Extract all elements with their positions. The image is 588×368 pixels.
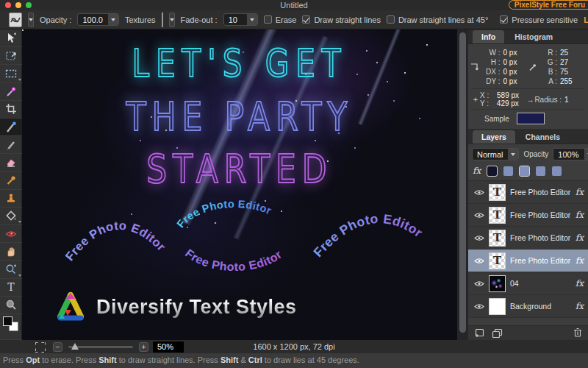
dimension-corner-icon [471, 47, 481, 87]
chevron-down-icon [250, 18, 254, 21]
tab-info[interactable]: Info [473, 30, 504, 43]
paint-bucket-tool-button[interactable] [0, 208, 22, 225]
svg-text:Free Photo Editor: Free Photo Editor [311, 211, 426, 260]
warped-text-arch: Free Photo Editor [65, 215, 175, 274]
zoom-tool-button[interactable] [0, 297, 22, 314]
headline-line-3: STARTED [22, 146, 457, 191]
tab-layers[interactable]: Layers [473, 130, 515, 144]
svg-text:Free Photo Editor: Free Photo Editor [65, 219, 168, 263]
eye-icon[interactable] [474, 235, 484, 241]
blend-mode-dropdown-button[interactable] [507, 149, 518, 160]
tool-options-bar: Opacity : 100.0 Textures Fade-out : 10 E… [0, 10, 588, 29]
brush-tool-button[interactable] [0, 118, 22, 136]
pencil-tool-button[interactable] [0, 136, 22, 154]
effects-tool-button[interactable] [0, 261, 22, 278]
layer-row-selected[interactable]: T Free Photo Editor fx [468, 250, 588, 272]
svg-text:Free Photo Editor: Free Photo Editor [174, 199, 273, 230]
draw-straight-lines-45-label: Draw straight lines at 45° [398, 15, 488, 24]
g-value: 27 [560, 58, 579, 66]
canvas-vertical-scrollbar[interactable] [457, 29, 468, 340]
brush-preview-button[interactable] [9, 13, 22, 27]
layer-name: Free Photo Editor [510, 256, 571, 265]
tab-channels[interactable]: Channels [517, 130, 569, 144]
layer-fx-badge[interactable]: fx [576, 187, 584, 197]
color-swatches[interactable] [0, 314, 22, 340]
transform-tool-button[interactable] [0, 47, 22, 65]
text-layer-glyph: T [493, 208, 501, 222]
eye-icon[interactable] [474, 189, 484, 196]
fadeout-dropdown-button[interactable] [246, 14, 257, 25]
layer-row[interactable]: Background fx [468, 295, 588, 318]
info-panel-body: W :0 px H :0 px DX :0 px DY :0 px R :25 … [468, 44, 588, 130]
style-preset-3[interactable] [520, 166, 529, 176]
h-value: 0 px [503, 58, 523, 66]
checkbox-icon [264, 15, 272, 24]
move-tool-button[interactable] [0, 29, 22, 47]
eyedropper-tool-button[interactable] [0, 172, 22, 190]
layer-row[interactable]: T Free Photo Editor fx [468, 181, 588, 204]
fadeout-label: Fade-out : [181, 15, 218, 24]
opacity-dropdown-button[interactable] [107, 14, 118, 25]
texture-swatch-button[interactable] [162, 13, 163, 27]
layer-opacity-dropdown[interactable]: 100% [553, 148, 588, 160]
brush-dropdown-button[interactable] [28, 13, 34, 27]
layer-fx-badge[interactable]: fx [576, 278, 584, 289]
textures-label: Textures [125, 15, 156, 24]
new-layer-icon[interactable] [474, 328, 484, 338]
text-tool-button[interactable]: T [0, 279, 22, 297]
delete-layer-button[interactable] [573, 328, 582, 339]
style-preset-4[interactable] [536, 166, 545, 176]
marquee-select-tool-button[interactable] [0, 65, 22, 82]
transform-icon [5, 50, 17, 62]
magic-wand-tool-button[interactable] [0, 83, 22, 101]
eyedropper-icon [5, 174, 17, 186]
eye-icon[interactable] [474, 212, 484, 219]
crop-tool-button[interactable] [0, 101, 22, 118]
layer-fx-badge[interactable]: fx [576, 210, 584, 220]
w-label: W : [490, 49, 501, 57]
radius-value: 1 [564, 96, 584, 104]
eye-icon[interactable] [474, 280, 484, 287]
foreground-color-swatch[interactable] [3, 316, 12, 326]
tab-histogram[interactable]: Histogram [506, 30, 562, 43]
chevron-down-icon [18, 79, 21, 81]
fadeout-dropdown[interactable]: 10 [223, 13, 258, 26]
eye-icon[interactable] [474, 258, 484, 264]
opacity-dropdown[interactable]: 100.0 [77, 13, 119, 26]
layer-name: Free Photo Editor [510, 233, 571, 242]
layer-fx-badge[interactable]: fx [576, 255, 584, 266]
style-preset-1[interactable] [487, 166, 497, 176]
duplicate-layer-icon[interactable] [492, 328, 503, 338]
hand-tool-button[interactable] [0, 243, 22, 261]
scrollbar-thumb[interactable] [459, 32, 466, 333]
eraser-tool-button[interactable] [0, 154, 22, 171]
style-preset-5[interactable] [552, 166, 562, 176]
erase-checkbox[interactable]: Erase [264, 15, 297, 24]
clone-stamp-tool-button[interactable] [0, 190, 22, 208]
layer-opacity-dropdown-button[interactable] [584, 149, 588, 160]
blend-mode-dropdown[interactable]: Normal [472, 148, 519, 160]
magnifier-icon [5, 299, 17, 311]
layer-fx-badge[interactable]: fx [576, 233, 584, 243]
layer-fx-badge[interactable]: fx [576, 301, 584, 311]
sample-color-swatch[interactable] [517, 113, 545, 124]
layer-row[interactable]: T Free Photo Editor fx [468, 227, 588, 250]
dx-label: DX : [486, 68, 500, 76]
canvas-viewport[interactable]: LET'S GET THE PARTY STARTED Free Photo E… [22, 29, 457, 340]
pressure-sensitive-checkbox[interactable]: Pressure sensitive [500, 15, 578, 24]
tool-rail: T [0, 29, 22, 340]
red-eye-tool-button[interactable] [0, 225, 22, 243]
promo-button[interactable]: PixelStyle Free Foru [509, 0, 588, 10]
hint-bar: Press Opt to erase. Press Shift to draw … [0, 353, 588, 368]
eye-icon[interactable] [474, 303, 484, 310]
move-cursor-icon [5, 32, 17, 44]
chevron-down-icon [29, 18, 33, 21]
y-value: 429 px [497, 99, 519, 107]
texture-dropdown-button[interactable] [169, 13, 175, 27]
draw-straight-lines-45-checkbox[interactable]: Draw straight lines at 45° [387, 15, 488, 24]
draw-straight-lines-checkbox[interactable]: Draw straight lines [302, 15, 380, 24]
layer-row[interactable]: T Free Photo Editor fx [468, 204, 588, 227]
style-preset-2[interactable] [503, 166, 513, 176]
pressure-sensitive-label: Pressure sensitive [512, 15, 578, 24]
layer-row[interactable]: 04 fx [468, 272, 588, 295]
